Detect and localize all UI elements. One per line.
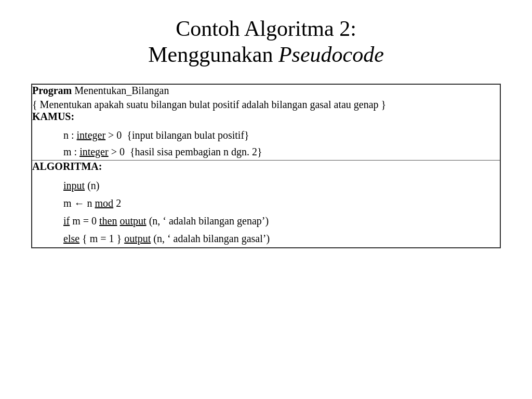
algo-line-4: else { m = 1 } output (n, ‘ adalah bilan… — [32, 230, 500, 247]
page-title: Contoh Algoritma 2: Menggunakan Pseudoco… — [148, 16, 384, 68]
pseudocode-table: Program Menentukan_Bilangan { Menentukan… — [31, 84, 501, 248]
program-comment: { Menentukan apakah suatu bilangan bulat… — [32, 99, 500, 111]
kamus-header: KAMUS: — [32, 111, 500, 123]
algoritma-header: ALGORITMA: — [32, 161, 500, 172]
kamus-line-1: n : integer > 0 {input bilangan bulat po… — [32, 127, 500, 143]
algo-line-1: input (n) — [32, 177, 500, 194]
algo-line-3: if m = 0 then output (n, ‘ adalah bilang… — [32, 212, 500, 230]
program-header: Program Menentukan_Bilangan — [32, 85, 500, 97]
kamus-line-2: m : integer > 0 {hasil sisa pembagian n … — [32, 143, 500, 160]
kamus-section: KAMUS: n : integer > 0 {input bilangan b… — [32, 111, 500, 161]
algo-line-2: m ← n mod 2 — [32, 194, 500, 212]
program-section: Program Menentukan_Bilangan { Menentukan… — [32, 84, 500, 111]
algoritma-section: ALGORITMA: input (n) m ← n mod 2 if m = … — [32, 160, 500, 248]
